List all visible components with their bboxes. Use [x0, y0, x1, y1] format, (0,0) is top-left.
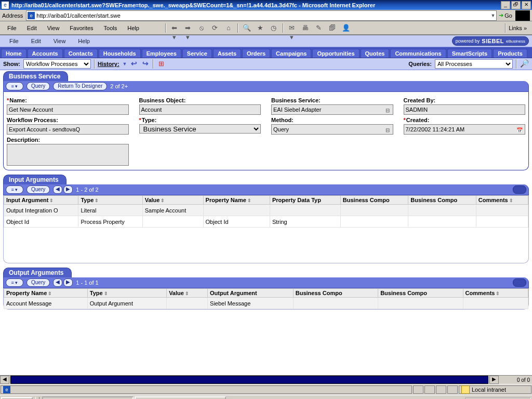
method-field[interactable]: Query ⊟ — [271, 124, 393, 135]
tab-employees[interactable]: Employees — [142, 49, 181, 58]
pick-icon[interactable]: ⊟ — [384, 106, 391, 113]
app-menu-edit[interactable]: Edit — [25, 37, 47, 45]
refresh-icon[interactable]: ⟳ — [210, 23, 220, 33]
query-button[interactable]: Query — [26, 185, 50, 194]
created-by-field[interactable]: SADMIN — [404, 104, 526, 115]
links-button[interactable]: Links » — [506, 25, 530, 31]
toggle-layout-button[interactable] — [513, 278, 526, 287]
go-button[interactable]: ➔Go — [499, 12, 512, 19]
name-field[interactable]: Get New Account — [7, 104, 129, 115]
query-button[interactable]: Query — [26, 278, 50, 287]
return-to-designer-button[interactable]: Return To Designer — [53, 82, 107, 90]
favorites-icon[interactable]: ★ — [256, 23, 265, 33]
ie-menu-favorites[interactable]: Favorites — [64, 24, 98, 32]
type-label: *Type: — [139, 117, 261, 123]
tab-accounts[interactable]: Accounts — [28, 49, 63, 58]
created-field[interactable]: 7/22/2002 11:24:21 AM 📅 — [404, 124, 526, 135]
minimize-button[interactable]: _ — [501, 1, 510, 9]
tab-opportunities[interactable]: Opportunities — [312, 49, 359, 58]
ie-menu-tools[interactable]: Tools — [99, 24, 123, 32]
record-position: 1 - 1 of 1 — [76, 280, 98, 286]
type-field[interactable]: Business Service — [139, 124, 261, 134]
applet-menu-button[interactable]: ≡ ▾ — [6, 278, 23, 287]
output-arguments-grid[interactable]: Property Name⇕ Type⇕ Value⇕ Output Argum… — [4, 288, 528, 309]
search-icon[interactable]: 🔍 — [242, 23, 251, 33]
business-service-label: Business Service: — [271, 97, 393, 103]
tab-quotes[interactable]: Quotes — [361, 49, 390, 58]
messenger-icon[interactable]: 👤 — [341, 23, 351, 33]
ie-menu-view[interactable]: View — [42, 24, 65, 32]
name-label: *Name: — [7, 97, 129, 103]
back-icon[interactable]: ⬅ ▾ — [170, 23, 179, 33]
history-back-icon[interactable]: ↩ — [130, 60, 138, 68]
history-dropdown-icon[interactable]: ▼ — [123, 61, 127, 66]
prev-record-button[interactable]: ◀ — [53, 278, 62, 287]
print-icon[interactable]: 🖶 — [301, 23, 310, 33]
app-menu-view[interactable]: View — [47, 37, 72, 45]
applet-menu-button[interactable]: ≡ ▾ — [6, 185, 23, 194]
ie-menu-file[interactable]: File — [2, 24, 22, 32]
tab-service[interactable]: Service — [182, 49, 212, 58]
task-button-psp[interactable]: Paint Shop Pro — [135, 396, 226, 399]
show-dropdown[interactable]: Workflow Processes — [23, 59, 91, 69]
tab-contacts[interactable]: Contacts — [64, 49, 98, 58]
app-menu-file[interactable]: File — [3, 37, 25, 45]
tab-households[interactable]: Households — [99, 49, 141, 58]
address-url: http://ariba01/callcenter/start.swe — [36, 12, 120, 19]
workflow-process-field[interactable]: Export Account - sendtovaQ — [7, 124, 129, 135]
next-record-button[interactable]: ▶ — [63, 185, 73, 194]
ie-menu-help[interactable]: Help — [122, 24, 144, 32]
history-icon[interactable]: ◷ — [269, 23, 278, 33]
scroll-track[interactable] — [10, 376, 488, 384]
security-zone: Local intranet — [459, 385, 531, 394]
address-input[interactable]: e http://ariba01/callcenter/start.swe ▼ — [26, 10, 497, 21]
scroll-left-button[interactable]: ◀ — [0, 376, 9, 384]
edit-icon[interactable]: ✎ — [314, 23, 324, 33]
col-type: Type⇕ — [78, 196, 142, 205]
col-business-compo2: Business Compo — [408, 196, 476, 205]
tab-communications[interactable]: Communications — [390, 49, 446, 58]
home-icon[interactable]: ⌂ — [224, 23, 233, 33]
col-value: Value⇕ — [167, 289, 208, 298]
list-row[interactable]: Account MessageOutput ArgumentSiebel Mes… — [4, 298, 528, 309]
query-button[interactable]: Query — [26, 82, 50, 90]
ie-menu-edit[interactable]: Edit — [22, 24, 42, 32]
binoculars-icon[interactable]: 🔎 — [520, 59, 529, 69]
tab-smartscripts[interactable]: SmartScripts — [447, 49, 492, 58]
applet-title: Business Service — [3, 71, 68, 81]
description-field[interactable] — [7, 144, 129, 166]
next-record-button[interactable]: ▶ — [63, 278, 73, 287]
site-map-icon[interactable]: ⊞ — [156, 59, 166, 69]
history-label[interactable]: History: — [98, 61, 119, 67]
prev-record-button[interactable]: ◀ — [53, 185, 62, 194]
app-menu-help[interactable]: Help — [72, 37, 96, 45]
horizontal-scrollbar[interactable]: ◀ ▶ 0 of 0 — [0, 375, 532, 384]
close-button[interactable]: ✕ — [522, 1, 531, 9]
tab-orders[interactable]: Orders — [242, 49, 270, 58]
list-row[interactable]: Object IdProcess PropertyObject IdString — [4, 216, 528, 228]
list-row[interactable]: Output Integration OLiteralSample Accoun… — [4, 205, 528, 216]
pick-icon[interactable]: ⊟ — [384, 126, 391, 133]
tab-campaigns[interactable]: Campaigns — [271, 49, 311, 58]
calendar-icon[interactable]: 📅 — [516, 126, 523, 133]
page-icon: e — [28, 12, 35, 19]
tab-assets[interactable]: Assets — [213, 49, 241, 58]
tab-products[interactable]: Products — [493, 49, 527, 58]
start-button[interactable]: Start — [1, 397, 33, 399]
scroll-right-button[interactable]: ▶ — [489, 376, 499, 384]
tab-home[interactable]: Home — [1, 49, 26, 58]
mail-icon[interactable]: ✉ ▾ — [287, 23, 297, 33]
stop-icon[interactable]: ⦸ — [197, 23, 206, 33]
history-forward-icon[interactable]: ↪ — [141, 60, 150, 68]
business-service-field[interactable]: EAI Siebel Adapter ⊟ — [271, 104, 393, 115]
business-object-field[interactable]: Account — [139, 104, 261, 115]
queries-dropdown[interactable]: All Processes — [435, 59, 513, 69]
toggle-layout-button[interactable] — [513, 185, 526, 194]
forward-icon[interactable]: ➡ ▾ — [183, 23, 193, 33]
maximize-button[interactable]: 🗗 — [511, 1, 521, 9]
window-titlebar: e http://ariba01/callcenter/start.swe?SW… — [0, 0, 532, 10]
applet-menu-button[interactable]: ≡ ▾ — [6, 82, 23, 90]
discuss-icon[interactable]: 🗐 — [328, 23, 337, 33]
task-button-ie[interactable]: e http://ariba01/callcen... — [42, 396, 134, 399]
input-arguments-grid[interactable]: Input Argument⇕ Type⇕ Value⇕ Property Na… — [4, 195, 528, 228]
